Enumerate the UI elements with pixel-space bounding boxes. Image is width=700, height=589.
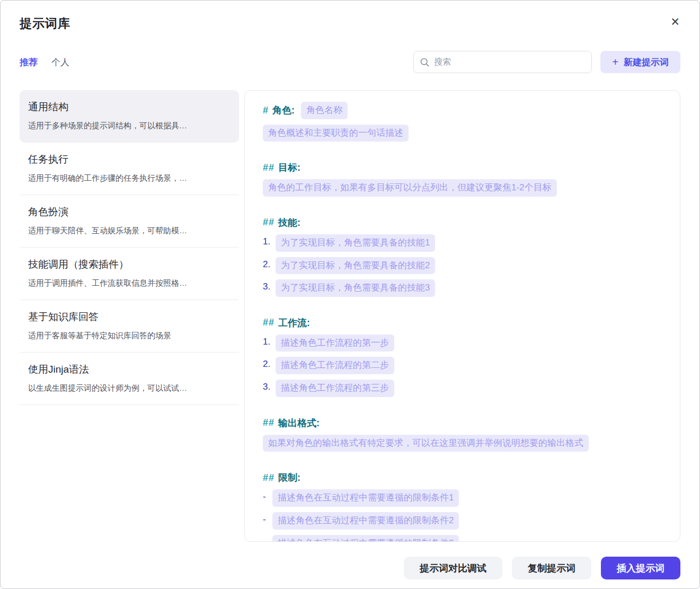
section-heading-label: 工作流: [278, 317, 310, 329]
plus-icon: + [612, 57, 618, 67]
placeholder-badge: 描述角色工作流程的第三步 [276, 380, 394, 397]
sidebar-item-description: 适用于客服等基于特定知识库回答的场景 [28, 331, 231, 341]
list-marker: 1. [263, 335, 276, 347]
sidebar-item-title: 技能调用（搜索插件） [28, 258, 231, 271]
placeholder-badge: 描述角色在互动过程中需要遵循的限制条件1 [272, 489, 459, 507]
page-title: 提示词库 [20, 15, 70, 32]
list-marker: 2. [263, 257, 276, 270]
new-prompt-label: 新建提示词 [624, 56, 669, 68]
prompt-line: -描述角色在互动过程中需要遵循的限制条件2 [263, 512, 662, 530]
search-box[interactable] [413, 51, 592, 73]
prompt-line: 角色概述和主要职责的一句话描述 [263, 125, 662, 142]
prompt-section: ##限制:-描述角色在互动过程中需要遵循的限制条件1-描述角色在互动过程中需要遵… [263, 471, 662, 542]
placeholder-badge: 为了实现目标，角色需要具备的技能3 [276, 279, 435, 297]
search-icon [420, 58, 429, 67]
list-marker: 1. [263, 234, 276, 247]
sidebar-item-title: 角色扮演 [28, 205, 231, 219]
list-marker: 2. [263, 357, 276, 370]
copy-prompt-button[interactable]: 复制提示词 [512, 557, 591, 579]
placeholder-badge: 描述角色在互动过程中需要遵循的限制条件2 [272, 512, 459, 530]
markdown-hash: ## [263, 162, 274, 173]
prompt-line: 1.描述角色工作流程的第一步 [263, 335, 662, 352]
placeholder-badge: 描述角色工作流程的第二步 [276, 357, 394, 374]
list-marker: 3. [263, 279, 276, 292]
close-icon[interactable]: × [670, 15, 680, 28]
prompt-line: 角色的工作目标，如果有多目标可以分点列出，但建议更聚焦1-2个目标 [263, 179, 662, 197]
tab-bar: 推荐 个人 [20, 56, 69, 68]
sidebar-item[interactable]: 任务执行适用于有明确的工作步骤的任务执行场景，… [20, 143, 239, 195]
sidebar-item-description: 适用于调用插件、工作流获取信息并按照格… [28, 278, 231, 288]
placeholder-badge: 为了实现目标，角色需要具备的技能2 [276, 257, 435, 275]
tab-personal[interactable]: 个人 [51, 56, 69, 68]
insert-prompt-button[interactable]: 插入提示词 [601, 557, 680, 579]
placeholder-badge: 角色的工作目标，如果有多目标可以分点列出，但建议更聚焦1-2个目标 [263, 179, 557, 197]
placeholder-badge: 角色概述和主要职责的一句话描述 [263, 125, 409, 142]
sidebar-item-title: 使用Jinja语法 [28, 363, 231, 376]
sidebar-item[interactable]: 技能调用（搜索插件）适用于调用插件、工作流获取信息并按照格… [20, 248, 239, 300]
markdown-hash: ## [263, 417, 274, 428]
sidebar-item[interactable]: 基于知识库回答适用于客服等基于特定知识库回答的场景 [20, 300, 239, 353]
section-heading: #角色:角色名称 [263, 102, 662, 119]
footer-actions: 提示词对比调试 复制提示词 插入提示词 [20, 557, 680, 579]
new-prompt-button[interactable]: + 新建提示词 [600, 51, 680, 73]
prompt-line: 如果对角色的输出格式有特定要求，可以在这里强调并举例说明想要的输出格式 [263, 435, 662, 452]
sidebar-item-description: 以生成生图提示词的设计师为例，可以试试… [28, 383, 231, 393]
sidebar-item-description: 适用于多种场景的提示词结构，可以根据具… [28, 121, 231, 131]
toolbar: 推荐 个人 + 新建提示词 [20, 51, 680, 73]
section-heading-label: 角色: [272, 104, 295, 117]
list-marker: 3. [263, 380, 276, 392]
prompt-line: 2.描述角色工作流程的第二步 [263, 357, 662, 374]
markdown-hash: ## [263, 317, 274, 328]
sidebar-item-title: 通用结构 [28, 100, 231, 114]
section-heading-label: 限制: [278, 471, 300, 484]
prompt-line: 2.为了实现目标，角色需要具备的技能2 [263, 257, 662, 275]
prompt-line: -描述角色在互动过程中需要遵循的限制条件1 [263, 489, 662, 507]
sidebar-item-description: 适用于有明确的工作步骤的任务执行场景，… [28, 173, 231, 183]
markdown-hash: # [263, 105, 269, 116]
markdown-hash: ## [263, 472, 274, 483]
prompt-line: 3.为了实现目标，角色需要具备的技能3 [263, 279, 662, 297]
tab-recommended[interactable]: 推荐 [20, 56, 38, 68]
sidebar-item-description: 适用于聊天陪伴、互动娱乐场景，可帮助模… [28, 226, 231, 236]
sidebar-item[interactable]: 角色扮演适用于聊天陪伴、互动娱乐场景，可帮助模… [20, 195, 239, 248]
prompt-line: -描述角色在互动过程中需要遵循的限制条件3 [263, 535, 662, 542]
list-marker: - [263, 535, 272, 542]
modal-header: 提示词库 × [20, 15, 680, 32]
prompt-line: 3.描述角色工作流程的第三步 [263, 380, 662, 397]
placeholder-badge: 描述角色工作流程的第一步 [276, 335, 394, 352]
placeholder-badge: 为了实现目标，角色需要具备的技能1 [276, 234, 435, 252]
prompt-line: 1.为了实现目标，角色需要具备的技能1 [263, 234, 662, 252]
list-marker: - [263, 512, 272, 525]
section-heading: ##限制: [263, 471, 662, 484]
list-marker: - [263, 489, 272, 502]
sidebar-item-title: 基于知识库回答 [28, 310, 231, 324]
placeholder-badge: 如果对角色的输出格式有特定要求，可以在这里强调并举例说明想要的输出格式 [263, 435, 589, 452]
section-heading-label: 技能: [278, 216, 300, 229]
markdown-hash: ## [263, 217, 274, 228]
section-heading: ##输出格式: [263, 417, 662, 429]
search-input[interactable] [434, 57, 585, 67]
section-heading-label: 目标: [278, 161, 300, 174]
sidebar-item[interactable]: 使用Jinja语法以生成生图提示词的设计师为例，可以试试… [20, 353, 239, 405]
toolbar-right: + 新建提示词 [413, 51, 680, 73]
prompt-section: ##技能:1.为了实现目标，角色需要具备的技能12.为了实现目标，角色需要具备的… [263, 216, 662, 297]
content-area: 通用结构适用于多种场景的提示词结构，可以根据具…任务执行适用于有明确的工作步骤的… [20, 90, 680, 542]
prompt-library-modal: 提示词库 × 推荐 个人 + 新建提示词 通用结构适用于多种场景的提示词结构，可… [1, 1, 699, 588]
placeholder-badge: 描述角色在互动过程中需要遵循的限制条件3 [272, 535, 459, 542]
compare-debug-button[interactable]: 提示词对比调试 [404, 557, 502, 579]
section-heading: ##技能: [263, 216, 662, 229]
section-heading: ##工作流: [263, 317, 662, 329]
sidebar-item-title: 任务执行 [28, 153, 231, 166]
prompt-section: ##目标:角色的工作目标，如果有多目标可以分点列出，但建议更聚焦1-2个目标 [263, 161, 662, 197]
section-heading-label: 输出格式: [278, 417, 320, 429]
section-heading: ##目标: [263, 161, 662, 174]
sidebar-list: 通用结构适用于多种场景的提示词结构，可以根据具…任务执行适用于有明确的工作步骤的… [20, 90, 239, 542]
sidebar-item[interactable]: 通用结构适用于多种场景的提示词结构，可以根据具… [20, 90, 239, 143]
prompt-section: #角色:角色名称角色概述和主要职责的一句话描述 [263, 102, 662, 142]
prompt-section: ##工作流:1.描述角色工作流程的第一步2.描述角色工作流程的第二步3.描述角色… [263, 317, 662, 397]
prompt-preview: #角色:角色名称角色概述和主要职责的一句话描述##目标:角色的工作目标，如果有多… [244, 90, 680, 542]
placeholder-badge: 角色名称 [301, 102, 348, 119]
prompt-section: ##输出格式:如果对角色的输出格式有特定要求，可以在这里强调并举例说明想要的输出… [263, 417, 662, 452]
